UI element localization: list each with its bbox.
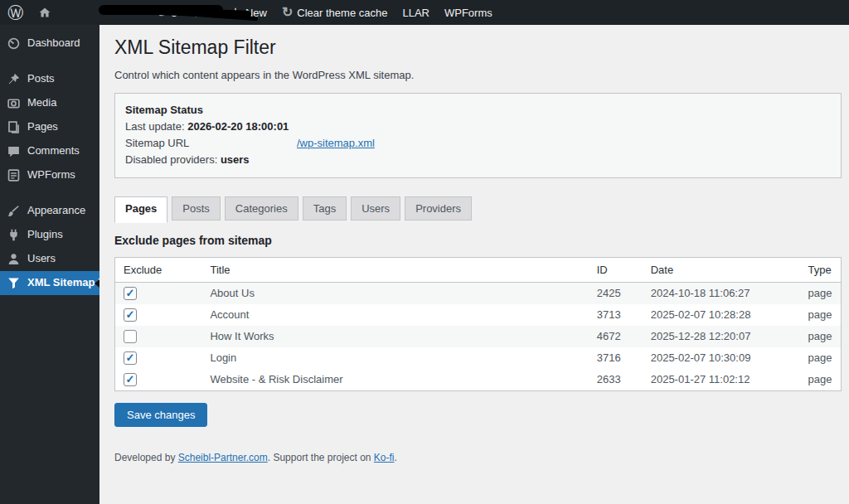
row-date: 2025-12-28 12:20:07 <box>643 326 800 347</box>
sidebar-item-label: Plugins <box>27 228 63 242</box>
row-type: page <box>799 369 841 391</box>
sidebar-item-pages[interactable]: Pages <box>0 115 99 139</box>
sidebar-item-appearance[interactable]: Appearance <box>0 199 99 223</box>
tab-tags[interactable]: Tags <box>303 196 347 220</box>
menu-separator <box>0 187 99 199</box>
kofi-link[interactable]: Ko-fi <box>374 452 395 463</box>
comment-icon <box>7 144 21 158</box>
row-title: Login <box>201 347 588 369</box>
sidebar-item-label: Media <box>27 96 56 110</box>
sidebar-item-label: Users <box>27 252 56 266</box>
sidebar-item-label: Pages <box>27 120 58 134</box>
sidebar-item-label: Appearance <box>27 204 85 218</box>
content-type-tabs: Pages Posts Categories Tags Users Provid… <box>114 196 841 220</box>
sidebar-item-label: WPForms <box>27 168 75 182</box>
clear-cache-label: Clear theme cache <box>297 7 387 19</box>
table-row: ✓ Website - & Risk Disclaimer 2633 2025-… <box>115 369 842 391</box>
sidebar-item-xml-sitemap-filter[interactable]: XML Sitemap Filter <box>0 271 99 295</box>
footer-middle: . Support the project on <box>268 452 374 463</box>
sidebar-item-posts[interactable]: Posts <box>0 67 99 91</box>
status-sitemap-url-row: Sitemap URL /wp-sitemap.xml <box>125 135 831 152</box>
refresh-icon: ↻ <box>282 6 293 19</box>
footer-suffix: . <box>395 452 397 463</box>
redacted-site-name <box>59 0 148 25</box>
sidebar-item-users[interactable]: Users <box>0 247 99 271</box>
table-row: ✓ About Us 2425 2024-10-18 11:06:27 page <box>115 282 842 304</box>
disabled-providers-label: Disabled providers: <box>125 152 217 168</box>
admin-sidebar: Dashboard Posts Media Pages Comments WPF… <box>0 25 99 504</box>
row-id: 3713 <box>589 304 643 326</box>
row-date: 2025-02-07 10:30:09 <box>643 347 800 369</box>
row-title: How It Works <box>201 326 588 347</box>
row-date: 2025-01-27 11:02:12 <box>643 369 800 391</box>
save-changes-button[interactable]: Save changes <box>114 403 207 427</box>
main-content: XML Sitemap Filter Control which content… <box>99 25 849 504</box>
row-id: 2425 <box>589 282 643 304</box>
table-header-row: Exclude Title ID Date Type <box>115 257 842 282</box>
sitemap-url-link[interactable]: /wp-sitemap.xml <box>297 135 375 152</box>
table-row: ✓ How It Works 4672 2025-12-28 12:20:07 … <box>115 326 842 347</box>
tab-categories[interactable]: Categories <box>225 196 298 220</box>
tab-providers[interactable]: Providers <box>405 196 472 220</box>
developer-link[interactable]: Scheibl-Partner.com <box>178 452 268 463</box>
exclude-checkbox[interactable]: ✓ <box>124 330 137 343</box>
col-exclude: Exclude <box>115 257 202 282</box>
form-icon <box>7 168 21 182</box>
row-date: 2025-02-07 10:28:28 <box>643 304 800 326</box>
row-id: 4672 <box>589 326 643 347</box>
row-date: 2024-10-18 11:06:27 <box>643 282 800 304</box>
sitemap-url-label: Sitemap URL <box>125 135 297 152</box>
exclude-pages-table: Exclude Title ID Date Type ✓ About Us 24… <box>114 257 842 391</box>
row-type: page <box>799 326 841 347</box>
tab-pages[interactable]: Pages <box>114 196 167 223</box>
col-date: Date <box>643 257 800 282</box>
wpforms-menu[interactable]: WPForms <box>437 0 500 25</box>
llar-label: LLAR <box>402 7 429 19</box>
row-type: page <box>799 304 841 326</box>
exclude-checkbox[interactable]: ✓ <box>124 351 137 365</box>
user-icon <box>7 252 21 266</box>
sidebar-item-label: Dashboard <box>27 36 80 51</box>
table-row: ✓ Account 3713 2025-02-07 10:28:28 page <box>115 304 842 326</box>
col-title: Title <box>201 257 588 282</box>
plug-icon <box>7 228 21 242</box>
sidebar-item-label: Comments <box>27 144 80 158</box>
page-title: XML Sitemap Filter <box>114 36 841 59</box>
exclude-checkbox[interactable]: ✓ <box>124 308 137 322</box>
section-heading: Exclude pages from sitemap <box>114 234 841 247</box>
exclude-checkbox[interactable]: ✓ <box>124 287 137 300</box>
exclude-checkbox[interactable]: ✓ <box>124 373 137 386</box>
site-name-menu[interactable] <box>31 0 59 25</box>
filter-icon <box>7 276 21 290</box>
sitemap-status-box: Sitemap Status Last update: 2026-02-20 1… <box>114 93 842 178</box>
home-icon <box>38 6 51 19</box>
row-type: page <box>799 347 841 369</box>
menu-separator <box>0 56 99 67</box>
disabled-providers-value: users <box>221 152 250 168</box>
row-title: Account <box>201 304 588 326</box>
row-id: 2633 <box>589 369 643 391</box>
footer-credit: Developed by Scheibl-Partner.com. Suppor… <box>114 452 841 463</box>
footer-prefix: Developed by <box>114 452 178 463</box>
status-heading: Sitemap Status <box>125 102 831 119</box>
table-row: ✓ Login 3716 2025-02-07 10:30:09 page <box>115 347 842 369</box>
tab-users[interactable]: Users <box>351 196 400 220</box>
row-title: About Us <box>201 282 588 304</box>
clear-theme-cache-menu[interactable]: ↻ Clear theme cache <box>274 0 395 25</box>
wpforms-label: WPForms <box>444 7 492 19</box>
page-subtitle: Control which content appears in the Wor… <box>114 69 841 81</box>
wp-logo-menu[interactable]: Ⓦ <box>0 0 31 25</box>
sidebar-item-media[interactable]: Media <box>0 91 99 115</box>
sidebar-item-plugins[interactable]: Plugins <box>0 223 99 247</box>
row-title: Website - & Risk Disclaimer <box>201 369 588 391</box>
sidebar-item-dashboard[interactable]: Dashboard <box>0 32 99 56</box>
admin-bar: Ⓦ ↻ 3 0 New ↻ Clear theme cache LLAR WPF… <box>0 0 849 25</box>
sidebar-item-label: Posts <box>27 72 55 86</box>
tab-posts[interactable]: Posts <box>172 196 221 220</box>
col-type: Type <box>799 257 841 282</box>
llar-menu[interactable]: LLAR <box>395 0 437 25</box>
row-type: page <box>799 282 841 304</box>
sidebar-item-wpforms[interactable]: WPForms <box>0 163 99 187</box>
pushpin-icon <box>7 72 21 86</box>
sidebar-item-comments[interactable]: Comments <box>0 139 99 163</box>
